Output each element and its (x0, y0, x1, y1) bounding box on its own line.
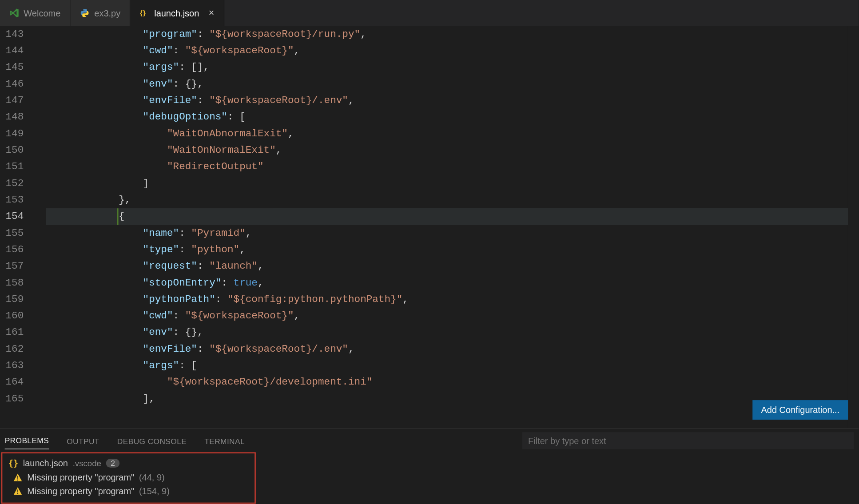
tab-label: Welcome (24, 8, 60, 18)
scrollbar[interactable] (848, 26, 859, 428)
tab-ex3-py[interactable]: ex3.py (71, 0, 131, 26)
editor-tabbar: Welcome ex3.py {} launch.json × (0, 0, 859, 26)
tab-label: launch.json (154, 8, 199, 18)
panel-tabbar: PROBLEMS OUTPUT DEBUG CONSOLE TERMINAL (0, 429, 859, 452)
panel-tab-output[interactable]: OUTPUT (67, 435, 99, 445)
problems-list: {} launch.json .vscode 2 Missing propert… (1, 452, 256, 504)
problems-filter-input[interactable] (522, 432, 854, 449)
tab-launch-json[interactable]: {} launch.json × (131, 0, 224, 26)
problem-location: (154, 9) (139, 486, 170, 496)
problem-folder: .vscode (73, 458, 101, 468)
problem-file-name: launch.json (23, 458, 68, 468)
json-icon: {} (8, 458, 18, 468)
code-editor[interactable]: 1431441451461471481491501511521531541551… (0, 26, 859, 428)
tab-welcome[interactable]: Welcome (0, 0, 71, 26)
problem-message: Missing property "program" (27, 486, 134, 496)
warning-icon (13, 486, 22, 496)
problem-location: (44, 9) (139, 472, 165, 483)
panel-tab-problems[interactable]: PROBLEMS (5, 432, 49, 449)
json-icon: {} (140, 8, 149, 18)
tab-label: ex3.py (94, 8, 120, 18)
vscode-icon (9, 8, 19, 18)
bottom-panel: PROBLEMS OUTPUT DEBUG CONSOLE TERMINAL {… (0, 428, 859, 504)
problem-item[interactable]: Missing property "program"(44, 9) (2, 471, 255, 484)
warning-icon (13, 472, 22, 482)
panel-tab-terminal[interactable]: TERMINAL (204, 435, 245, 445)
problem-item[interactable]: Missing property "program"(154, 9) (2, 484, 255, 498)
panel-tab-debug-console[interactable]: DEBUG CONSOLE (117, 435, 187, 445)
python-icon (80, 8, 89, 18)
problem-message: Missing property "program" (27, 472, 134, 483)
add-configuration-button[interactable]: Add Configuration... (753, 400, 848, 420)
close-icon[interactable]: × (209, 8, 214, 18)
code-area[interactable]: "program": "${workspaceRoot}/run.py", "c… (46, 26, 848, 428)
problem-file-group[interactable]: {} launch.json .vscode 2 (2, 456, 255, 470)
fold-gutter (34, 26, 46, 428)
problem-count-badge: 2 (106, 459, 120, 468)
line-number-gutter: 1431441451461471481491501511521531541551… (0, 26, 34, 428)
svg-text:{}: {} (140, 9, 146, 17)
